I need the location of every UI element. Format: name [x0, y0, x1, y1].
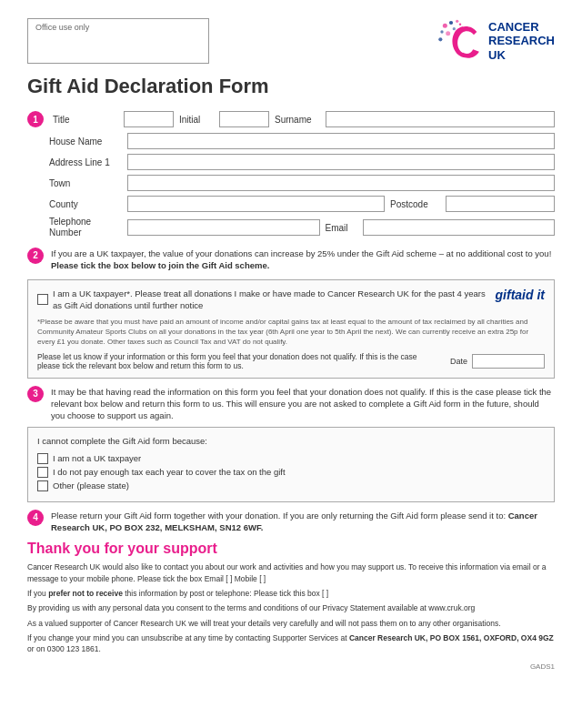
office-use-box: Office use only: [27, 18, 209, 64]
initial-input[interactable]: [219, 111, 269, 127]
option1-checkbox[interactable]: [37, 453, 48, 464]
title-label: Title: [53, 115, 118, 125]
house-name-label: House Name: [49, 136, 122, 147]
section4-area: 4 Please return your Gift Aid form toget…: [27, 510, 555, 534]
option1-row: I am not a UK taxpayer: [37, 453, 545, 464]
svg-point-6: [453, 27, 456, 30]
section2-text: If you are a UK taxpayer, the value of y…: [51, 248, 555, 272]
svg-point-2: [456, 20, 458, 23]
logo-text: CANCER RESEARCH UK: [488, 20, 555, 63]
section4-text: Please return your Gift Aid form togethe…: [51, 510, 555, 534]
town-label: Town: [49, 178, 122, 188]
section2-area: 2 If you are a UK taxpayer, the value of…: [27, 248, 555, 379]
svg-point-7: [459, 23, 462, 25]
option2-label: I do not pay enough tax each year to cov…: [53, 467, 286, 477]
svg-point-1: [449, 21, 453, 25]
postcode-label: Postcode: [390, 199, 440, 209]
section3-box: I cannot complete the Gift Aid form beca…: [27, 427, 555, 501]
section4-number: 4: [27, 510, 44, 526]
date-input[interactable]: [472, 354, 545, 369]
date-note-text: Please let us know if your information o…: [37, 352, 438, 370]
giftaid-checkbox-label: I am a UK taxpayer*. Please treat all do…: [53, 288, 487, 312]
section3-intro-text: It may be that having read the informati…: [51, 386, 555, 422]
svg-point-3: [440, 30, 443, 33]
section3-box-title: I cannot complete the Gift Aid form beca…: [37, 435, 545, 447]
surname-input[interactable]: [326, 111, 555, 127]
footer-para5: If you change your mind you can unsubscr…: [27, 632, 555, 655]
giftaid-checkbox[interactable]: [37, 294, 48, 305]
option2-row: I do not pay enough tax each year to cov…: [37, 467, 545, 478]
email-label: Email: [326, 223, 357, 233]
house-name-input[interactable]: [127, 133, 555, 149]
house-name-row: House Name: [27, 133, 555, 149]
email-input[interactable]: [363, 219, 556, 236]
footer-code: GADS1: [27, 662, 555, 671]
title-input[interactable]: [124, 111, 174, 127]
office-use-label: Office use only: [35, 23, 89, 32]
option3-label: Other (please state): [53, 480, 129, 490]
footer-para1: Cancer Research UK would also like to co…: [27, 561, 555, 584]
surname-label: Surname: [275, 115, 320, 125]
header-area: Office use only CANCER: [27, 18, 555, 64]
tel-email-row: Telephone Number Email: [27, 217, 555, 238]
giftaidit-logo: giftaid it: [496, 288, 545, 302]
date-row: Please let us know if your information o…: [37, 352, 545, 370]
section3-intro: 3 It may be that having read the informa…: [27, 386, 555, 422]
option3-checkbox[interactable]: [37, 480, 48, 491]
county-postcode-row: County Postcode: [27, 196, 555, 212]
telephone-input[interactable]: [127, 219, 320, 236]
town-input[interactable]: [127, 175, 555, 191]
giftaid-header-row: I am a UK taxpayer*. Please treat all do…: [37, 288, 545, 315]
county-input[interactable]: [127, 196, 385, 212]
svg-point-5: [438, 37, 442, 41]
thank-you-title: Thank you for your support: [27, 541, 555, 557]
county-label: County: [49, 199, 122, 209]
svg-point-4: [446, 31, 450, 35]
name-row: 1 Title Initial Surname: [27, 111, 555, 127]
option1-label: I am not a UK taxpayer: [53, 453, 141, 463]
section3-area: 3 It may be that having read the informa…: [27, 386, 555, 502]
section3-number: 3: [27, 386, 44, 402]
personal-details-section: 1 Title Initial Surname House Name Addre…: [27, 111, 555, 238]
section4-intro: 4 Please return your Gift Aid form toget…: [27, 510, 555, 534]
giftaid-small-note: *Please be aware that you must have paid…: [37, 318, 545, 347]
date-label: Date: [450, 357, 467, 366]
section2-number: 2: [27, 248, 44, 264]
svg-point-0: [443, 24, 447, 28]
logo-group: CANCER RESEARCH UK: [437, 18, 555, 64]
address-line1-label: Address Line 1: [49, 157, 122, 167]
form-title: Gift Aid Declaration Form: [27, 75, 555, 98]
giftaid-box: I am a UK taxpayer*. Please treat all do…: [27, 279, 555, 379]
postcode-input[interactable]: [446, 196, 555, 212]
logo-area: CANCER RESEARCH UK: [437, 18, 555, 64]
cancer-research-logo-icon: [437, 18, 483, 64]
page: Office use only CANCER: [0, 0, 582, 728]
address-line1-input[interactable]: [127, 154, 555, 170]
option3-row: Other (please state): [37, 480, 545, 491]
telephone-label: Telephone Number: [49, 217, 122, 238]
section2-intro: 2 If you are a UK taxpayer, the value of…: [27, 248, 555, 272]
footer-para3: By providing us with any personal data y…: [27, 602, 555, 613]
town-row: Town: [27, 175, 555, 191]
section1-number: 1: [27, 111, 44, 127]
footer-para2: If you prefer not to receive this inform…: [27, 588, 555, 599]
giftaid-checkbox-row: I am a UK taxpayer*. Please treat all do…: [37, 288, 487, 312]
option2-checkbox[interactable]: [37, 467, 48, 478]
initial-label: Initial: [179, 115, 214, 125]
footer-para4: As a valued supporter of Cancer Research…: [27, 618, 555, 629]
address-line1-row: Address Line 1: [27, 154, 555, 170]
